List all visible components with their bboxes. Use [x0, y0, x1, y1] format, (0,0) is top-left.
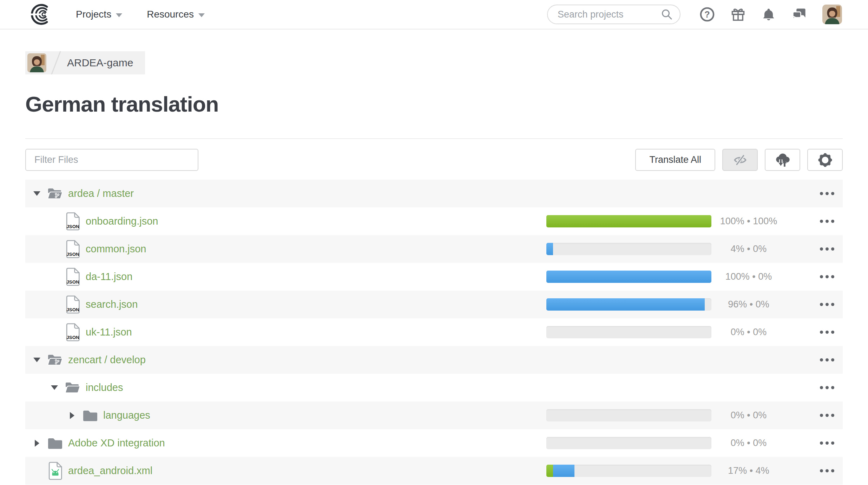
translate-all-button[interactable]: Translate All: [635, 149, 715, 171]
table-row[interactable]: JSON onboarding.json 100% • 100%: [25, 207, 843, 235]
row-menu-button[interactable]: [815, 291, 839, 318]
row-menu-button[interactable]: [815, 207, 839, 235]
expand-triangle-icon[interactable]: [29, 191, 45, 196]
file-table: ardea / master JSON onboarding.json 100%…: [25, 180, 843, 485]
progress-stats: 0% • 0%: [710, 401, 787, 429]
table-row[interactable]: JSON common.json 4% • 0%: [25, 235, 843, 263]
progress-translated-segment: [546, 243, 553, 255]
file-name-link[interactable]: zencart / develop: [68, 354, 146, 366]
progress-translated-segment: [546, 298, 705, 311]
progress-translated-segment: [553, 465, 574, 477]
eye-off-icon: [733, 153, 747, 167]
json-icon: JSON: [63, 240, 83, 258]
project-owner-avatar: [27, 53, 46, 72]
json-icon: JSON: [63, 295, 83, 314]
cloud-sync-icon: [774, 153, 791, 167]
progress-stats: 100% • 100%: [710, 207, 787, 235]
expand-triangle-icon[interactable]: [64, 412, 80, 419]
filter-files-input[interactable]: [25, 149, 198, 171]
row-menu-button[interactable]: [815, 457, 839, 485]
table-row[interactable]: JSON search.json 96% • 0%: [25, 291, 843, 318]
json-icon: JSON: [63, 323, 83, 341]
file-name-link[interactable]: Adobe XD integration: [68, 437, 165, 449]
toggle-hidden-files-button[interactable]: [722, 149, 758, 171]
file-name-link[interactable]: search.json: [86, 299, 138, 310]
nav-menu-resources[interactable]: Resources: [147, 9, 205, 20]
progress-bar: [546, 326, 711, 338]
file-name-link[interactable]: languages: [103, 410, 150, 421]
row-menu-button[interactable]: [815, 318, 839, 346]
row-menu-button[interactable]: [815, 401, 839, 429]
nav-menu-projects[interactable]: Projects: [76, 9, 122, 20]
folder-open-icon: [63, 381, 83, 395]
breadcrumb-project-name: ARDEA-game: [67, 57, 133, 69]
expand-triangle-icon[interactable]: [46, 385, 63, 390]
chevron-down-icon: [116, 13, 122, 17]
progress-bar: [546, 465, 711, 477]
user-avatar[interactable]: [822, 5, 842, 24]
file-name-link[interactable]: da-11.json: [86, 271, 132, 283]
section-divider: [25, 138, 843, 139]
file-name-link[interactable]: common.json: [86, 243, 146, 255]
expand-triangle-icon[interactable]: [29, 358, 45, 362]
bell-icon[interactable]: [761, 7, 776, 22]
breadcrumb[interactable]: ARDEA-game: [25, 51, 145, 74]
svg-text:JSON: JSON: [66, 224, 79, 229]
row-menu-button[interactable]: [815, 346, 839, 374]
progress-approved-segment: [546, 465, 553, 477]
folder-icon: [45, 437, 65, 450]
progress-stats: 100% • 0%: [710, 263, 787, 291]
svg-text:JSON: JSON: [66, 307, 79, 312]
progress-stats: 96% • 0%: [710, 291, 787, 318]
file-name-link[interactable]: ardea_android.xml: [68, 465, 152, 477]
breadcrumb-separator: [50, 51, 63, 74]
progress-stats: 0% • 0%: [710, 429, 787, 457]
file-name-link[interactable]: uk-11.json: [86, 326, 132, 338]
search-icon[interactable]: [661, 8, 673, 20]
search-projects-box: [547, 5, 680, 24]
json-icon: JSON: [63, 267, 83, 286]
file-name-link[interactable]: includes: [86, 382, 123, 393]
row-menu-button[interactable]: [815, 180, 839, 207]
progress-bar: [546, 298, 711, 311]
progress-stats: 4% • 0%: [710, 235, 787, 263]
row-menu-button[interactable]: [815, 263, 839, 291]
expand-triangle-icon[interactable]: [29, 440, 45, 447]
table-row[interactable]: ardea_android.xml 17% • 4%: [25, 457, 843, 485]
file-name-link[interactable]: onboarding.json: [86, 215, 158, 227]
table-row[interactable]: includes: [25, 374, 843, 401]
json-icon: JSON: [63, 212, 83, 231]
gift-icon[interactable]: [730, 7, 746, 22]
files-toolbar: Translate All: [25, 149, 843, 171]
row-menu-button[interactable]: [815, 429, 839, 457]
svg-text:JSON: JSON: [66, 252, 79, 257]
folder-git-icon: [45, 187, 65, 201]
table-row[interactable]: ardea / master: [25, 180, 843, 207]
row-menu-button[interactable]: [815, 374, 839, 401]
settings-button[interactable]: [807, 149, 843, 171]
android-icon: [45, 461, 65, 480]
nav-menu-resources-label: Resources: [147, 9, 194, 20]
file-name-link[interactable]: ardea / master: [68, 188, 134, 199]
chat-icon[interactable]: [791, 7, 807, 22]
page-title: German translation: [25, 93, 868, 115]
table-row[interactable]: Adobe XD integration 0% • 0%: [25, 429, 843, 457]
help-icon[interactable]: ?: [699, 7, 715, 22]
table-row[interactable]: JSON uk-11.json 0% • 0%: [25, 318, 843, 346]
progress-bar: [546, 271, 711, 283]
app-logo-icon[interactable]: [29, 4, 51, 25]
svg-text:JSON: JSON: [66, 335, 79, 340]
row-menu-button[interactable]: [815, 235, 839, 263]
progress-stats: 0% • 0%: [710, 318, 787, 346]
progress-bar: [546, 409, 711, 421]
sync-files-button[interactable]: [765, 149, 800, 171]
progress-translated-segment: [546, 271, 711, 283]
nav-menu-projects-label: Projects: [76, 9, 111, 20]
table-row[interactable]: zencart / develop: [25, 346, 843, 374]
table-row[interactable]: languages 0% • 0%: [25, 401, 843, 429]
progress-stats: 17% • 4%: [710, 457, 787, 485]
svg-text:JSON: JSON: [66, 279, 79, 285]
progress-bar: [546, 437, 711, 449]
search-projects-input[interactable]: [557, 9, 661, 20]
table-row[interactable]: JSON da-11.json 100% • 0%: [25, 263, 843, 291]
